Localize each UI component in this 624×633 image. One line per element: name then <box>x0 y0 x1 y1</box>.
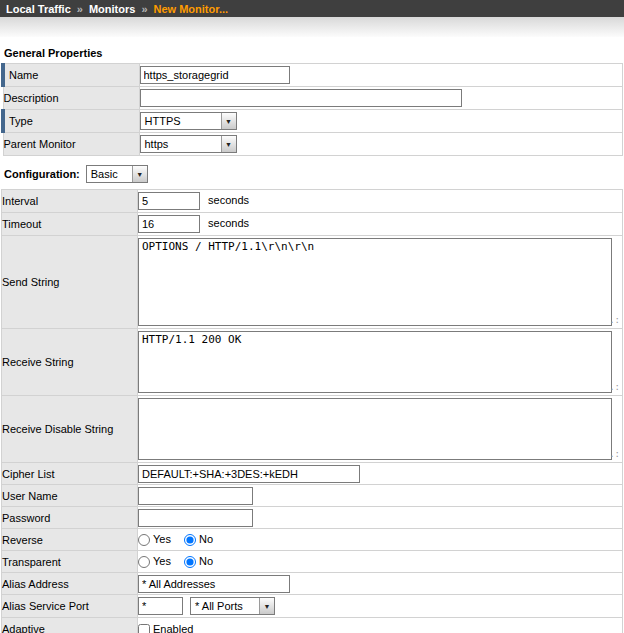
type-label-cell: Type <box>3 110 139 133</box>
receive-disable-string-textarea[interactable] <box>138 398 612 460</box>
reverse-label-cell: Reverse <box>2 529 138 551</box>
breadcrumb-separator: » <box>141 3 147 15</box>
reverse-yes-label: Yes <box>153 533 171 545</box>
adaptive-label-cell: Adaptive <box>2 618 138 633</box>
transparent-no-radio[interactable] <box>184 556 196 568</box>
receive-disable-string-label-cell: Receive Disable String <box>2 396 138 463</box>
cipher-list-input[interactable] <box>138 465 360 483</box>
table-row: Reverse Yes No <box>2 529 623 551</box>
transparent-no-label: No <box>199 555 213 567</box>
resize-grip-icon[interactable]: .: <box>609 316 620 325</box>
table-row: Interval seconds <box>2 190 623 213</box>
chevron-down-icon: ▼ <box>132 166 147 182</box>
password-input[interactable] <box>138 509 253 527</box>
name-label: Name <box>9 69 38 81</box>
receive-disable-string-label: Receive Disable String <box>2 423 113 435</box>
description-input[interactable] <box>140 89 462 107</box>
alias-service-port-label-cell: Alias Service Port <box>2 595 138 618</box>
section-title-general-properties: General Properties <box>4 47 624 59</box>
table-row: Adaptive Enabled <box>2 618 623 633</box>
interval-input[interactable] <box>138 192 200 210</box>
breadcrumb-monitors[interactable]: Monitors <box>89 3 135 15</box>
breadcrumb-current-page: New Monitor... <box>154 3 229 15</box>
user-name-input[interactable] <box>138 487 253 505</box>
parent-monitor-label-cell: Parent Monitor <box>3 133 139 156</box>
parent-monitor-select[interactable]: https ▼ <box>140 135 237 153</box>
configuration-label: Configuration: <box>4 168 80 180</box>
interval-label: Interval <box>2 195 38 207</box>
table-row: Password <box>2 507 623 529</box>
adaptive-enabled-checkbox[interactable] <box>138 624 150 633</box>
send-string-label: Send String <box>2 276 59 288</box>
alias-address-label-cell: Alias Address <box>2 573 138 595</box>
name-input[interactable] <box>140 66 290 84</box>
breadcrumb: Local Traffic » Monitors » New Monitor..… <box>0 0 624 17</box>
transparent-label: Transparent <box>2 556 61 568</box>
chevron-down-icon: ▼ <box>221 113 236 129</box>
breadcrumb-separator: » <box>77 3 83 15</box>
header-gradient-band <box>0 17 624 37</box>
resize-grip-icon[interactable]: .: <box>609 383 620 392</box>
password-label: Password <box>2 512 50 524</box>
reverse-no-label: No <box>199 533 213 545</box>
table-row: Receive String HTTP/1.1 200 OK .: <box>2 329 623 396</box>
description-label-cell: Description <box>3 87 139 110</box>
parent-monitor-label: Parent Monitor <box>4 138 76 150</box>
reverse-label: Reverse <box>2 534 43 546</box>
breadcrumb-local-traffic[interactable]: Local Traffic <box>6 3 71 15</box>
receive-string-textarea[interactable]: HTTP/1.1 200 OK <box>138 331 612 393</box>
reverse-no-radio[interactable] <box>184 534 196 546</box>
reverse-yes-radio[interactable] <box>138 534 150 546</box>
alias-address-label: Alias Address <box>2 578 69 590</box>
table-row: Parent Monitor https ▼ <box>3 133 623 156</box>
receive-string-label: Receive String <box>2 356 74 368</box>
password-label-cell: Password <box>2 507 138 529</box>
resize-grip-icon[interactable]: .: <box>609 450 620 459</box>
alias-service-port-select[interactable]: * All Ports ▼ <box>190 597 275 615</box>
send-string-label-cell: Send String <box>2 236 138 329</box>
chevron-down-icon: ▼ <box>259 598 274 614</box>
general-properties-table: Name Description Type HTTPS ▼ Parent Mon… <box>1 63 623 156</box>
alias-service-port-label: Alias Service Port <box>2 600 89 612</box>
table-row: Type HTTPS ▼ <box>3 110 623 133</box>
chevron-down-icon: ▼ <box>221 136 236 152</box>
user-name-label: User Name <box>2 490 58 502</box>
description-label: Description <box>4 92 59 104</box>
timeout-label: Timeout <box>2 218 41 230</box>
table-row: User Name <box>2 485 623 507</box>
receive-string-label-cell: Receive String <box>2 329 138 396</box>
table-row: Timeout seconds <box>2 213 623 236</box>
transparent-yes-label: Yes <box>153 555 171 567</box>
name-label-cell: Name <box>3 64 139 87</box>
cipher-list-label-cell: Cipher List <box>2 463 138 485</box>
interval-suffix: seconds <box>208 194 249 206</box>
alias-address-input[interactable] <box>138 575 290 593</box>
cipher-list-label: Cipher List <box>2 468 55 480</box>
timeout-suffix: seconds <box>208 217 249 229</box>
table-row: Description <box>3 87 623 110</box>
parent-monitor-select-value: https <box>141 136 221 152</box>
adaptive-label: Adaptive <box>2 623 45 633</box>
send-string-textarea[interactable]: OPTIONS / HTTP/1.1\r\n\r\n <box>138 238 612 326</box>
timeout-input[interactable] <box>138 215 200 233</box>
configuration-select[interactable]: Basic ▼ <box>86 165 148 183</box>
table-row: Alias Service Port * All Ports ▼ <box>2 595 623 618</box>
transparent-label-cell: Transparent <box>2 551 138 573</box>
table-row: Name <box>3 64 623 87</box>
user-name-label-cell: User Name <box>2 485 138 507</box>
table-row: Cipher List <box>2 463 623 485</box>
type-select[interactable]: HTTPS ▼ <box>140 112 237 130</box>
adaptive-enabled-label: Enabled <box>153 623 193 633</box>
timeout-label-cell: Timeout <box>2 213 138 236</box>
alias-service-port-input[interactable] <box>138 597 183 615</box>
alias-service-port-select-value: * All Ports <box>191 598 259 614</box>
table-row: Receive Disable String .: <box>2 396 623 463</box>
type-select-value: HTTPS <box>141 113 221 129</box>
table-row: Transparent Yes No <box>2 551 623 573</box>
transparent-yes-radio[interactable] <box>138 556 150 568</box>
table-row: Send String OPTIONS / HTTP/1.1\r\n\r\n .… <box>2 236 623 329</box>
table-row: Alias Address <box>2 573 623 595</box>
configuration-select-value: Basic <box>87 166 132 182</box>
interval-label-cell: Interval <box>2 190 138 213</box>
configuration-selector-row: Configuration: Basic ▼ <box>4 165 624 183</box>
